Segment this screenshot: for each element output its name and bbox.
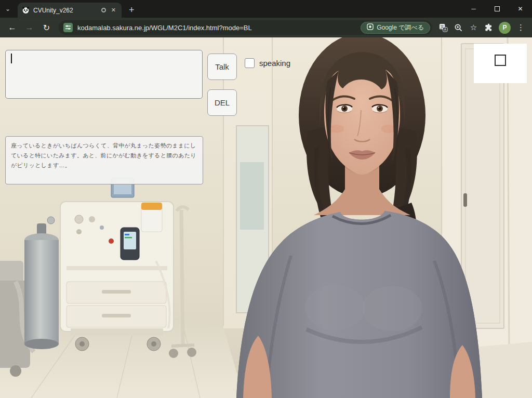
address-bar[interactable]: kodamalab.sakura.ne.jp/WGL/M2C1/index.ht…	[59, 20, 432, 35]
gas-cylinder	[24, 217, 59, 349]
back-button[interactable]: ←	[4, 20, 20, 35]
speaking-checkbox[interactable]	[245, 58, 255, 68]
message-input[interactable]	[5, 50, 203, 99]
google-search-label: Google で調べる	[377, 23, 424, 32]
unity-canvas[interactable]: Talk DEL speaking 座っているときがいちばんつらくて、背中が丸ま…	[0, 37, 532, 398]
extensions-icon[interactable]	[482, 20, 496, 35]
tab-strip: ⌄ CVUnity_v262 ✕ + ─ ✕	[0, 0, 532, 18]
window-controls: ─ ✕	[462, 0, 532, 18]
menu-icon[interactable]: ⋮	[514, 20, 528, 35]
tab-close-icon[interactable]: ✕	[110, 7, 117, 14]
tab-title: CVUnity_v262	[33, 7, 98, 14]
new-tab-button[interactable]: +	[129, 5, 135, 16]
speaking-control: speaking	[245, 58, 290, 68]
fullscreen-button[interactable]	[495, 55, 506, 66]
svg-text:A: A	[444, 28, 447, 31]
browser-tab[interactable]: CVUnity_v262 ✕	[18, 3, 122, 18]
text-caret	[11, 54, 12, 63]
right-eye	[372, 105, 388, 113]
fullscreen-panel	[474, 44, 527, 83]
bookmark-star-icon[interactable]: ☆	[467, 20, 481, 35]
browser-window: ⌄ CVUnity_v262 ✕ + ─ ✕ ← → ↻ kodamalab.s…	[0, 0, 532, 398]
response-text-box: 座っているときがいちばんつらくて、背中が丸まった姿勢のままにしていると特にいたみ…	[5, 136, 203, 184]
translate-icon[interactable]: 文A	[436, 20, 450, 35]
zoom-icon[interactable]	[451, 20, 466, 35]
talk-button[interactable]: Talk	[207, 54, 237, 80]
speaking-label: speaking	[259, 59, 290, 68]
google-search-chip[interactable]: Google で調べる	[361, 22, 430, 34]
response-text: 座っているときがいちばんつらくて、背中が丸まった姿勢のままにしていると特にいたみ…	[11, 142, 196, 168]
url-text[interactable]: kodamalab.sakura.ne.jp/WGL/M2C1/index.ht…	[77, 24, 356, 32]
del-button[interactable]: DEL	[207, 89, 237, 116]
forward-button[interactable]: →	[21, 20, 37, 35]
maximize-icon	[495, 6, 500, 11]
window-maximize-button[interactable]	[485, 0, 509, 18]
profile-avatar[interactable]: P	[499, 22, 511, 34]
google-lens-icon	[367, 23, 374, 32]
site-info-icon[interactable]	[63, 23, 73, 32]
left-eye	[337, 105, 352, 113]
browser-toolbar: ← → ↻ kodamalab.sakura.ne.jp/WGL/M2C1/in…	[0, 18, 532, 37]
door	[461, 44, 504, 328]
window-minimize-button[interactable]: ─	[462, 0, 485, 18]
window-close-button[interactable]: ✕	[509, 0, 532, 18]
tab-search-chevron-icon[interactable]: ⌄	[0, 0, 16, 18]
tab-favicon-icon	[22, 6, 30, 14]
reload-button[interactable]: ↻	[38, 20, 55, 35]
tab-media-indicator-icon	[101, 8, 106, 12]
